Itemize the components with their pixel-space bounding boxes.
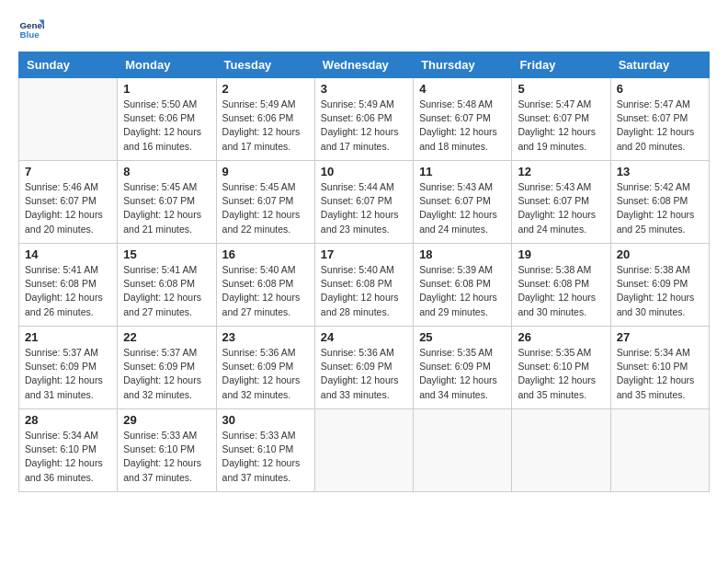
day-detail: Sunrise: 5:33 AM Sunset: 6:10 PM Dayligh… <box>222 429 309 485</box>
day-number: 11 <box>419 165 506 178</box>
calendar-cell: 13Sunrise: 5:42 AM Sunset: 6:08 PM Dayli… <box>610 161 709 244</box>
day-detail: Sunrise: 5:39 AM Sunset: 6:08 PM Dayligh… <box>419 263 506 319</box>
day-number: 29 <box>123 413 210 427</box>
day-number: 18 <box>419 247 506 261</box>
calendar-cell: 27Sunrise: 5:34 AM Sunset: 6:10 PM Dayli… <box>610 327 709 409</box>
day-number: 15 <box>123 247 210 261</box>
day-number: 30 <box>222 413 309 427</box>
day-detail: Sunrise: 5:46 AM Sunset: 6:07 PM Dayligh… <box>25 180 111 236</box>
day-number: 21 <box>25 330 111 344</box>
calendar-week-row: 14Sunrise: 5:41 AM Sunset: 6:08 PM Dayli… <box>19 244 710 327</box>
day-detail: Sunrise: 5:41 AM Sunset: 6:08 PM Dayligh… <box>123 263 210 319</box>
calendar-cell: 5Sunrise: 5:47 AM Sunset: 6:07 PM Daylig… <box>512 78 610 161</box>
calendar-cell: 14Sunrise: 5:41 AM Sunset: 6:08 PM Dayli… <box>19 244 118 327</box>
calendar-cell: 26Sunrise: 5:35 AM Sunset: 6:10 PM Dayli… <box>512 327 610 409</box>
svg-text:Blue: Blue <box>19 29 40 40</box>
day-detail: Sunrise: 5:37 AM Sunset: 6:09 PM Dayligh… <box>25 346 111 402</box>
calendar-week-row: 28Sunrise: 5:34 AM Sunset: 6:10 PM Dayli… <box>19 409 710 492</box>
day-number: 8 <box>123 165 210 178</box>
day-detail: Sunrise: 5:45 AM Sunset: 6:07 PM Dayligh… <box>222 180 309 236</box>
day-number: 17 <box>321 247 407 261</box>
day-detail: Sunrise: 5:43 AM Sunset: 6:07 PM Dayligh… <box>518 180 604 236</box>
calendar-cell: 20Sunrise: 5:38 AM Sunset: 6:09 PM Dayli… <box>610 244 709 327</box>
day-number: 22 <box>123 330 210 344</box>
page-header: General Blue <box>18 15 710 40</box>
calendar-cell: 25Sunrise: 5:35 AM Sunset: 6:09 PM Dayli… <box>414 327 512 409</box>
calendar-cell <box>314 409 413 492</box>
calendar-cell: 30Sunrise: 5:33 AM Sunset: 6:10 PM Dayli… <box>216 409 314 492</box>
calendar-cell: 6Sunrise: 5:47 AM Sunset: 6:07 PM Daylig… <box>610 78 709 161</box>
day-number: 19 <box>518 247 604 261</box>
calendar-cell: 11Sunrise: 5:43 AM Sunset: 6:07 PM Dayli… <box>414 161 512 244</box>
day-number: 27 <box>617 330 703 344</box>
day-detail: Sunrise: 5:35 AM Sunset: 6:10 PM Dayligh… <box>518 346 604 402</box>
dow-header: Monday <box>118 52 216 78</box>
calendar-cell: 24Sunrise: 5:36 AM Sunset: 6:09 PM Dayli… <box>314 327 413 409</box>
calendar-week-row: 21Sunrise: 5:37 AM Sunset: 6:09 PM Dayli… <box>19 327 710 409</box>
dow-header: Saturday <box>610 52 709 78</box>
day-detail: Sunrise: 5:36 AM Sunset: 6:09 PM Dayligh… <box>321 346 407 402</box>
day-detail: Sunrise: 5:49 AM Sunset: 6:06 PM Dayligh… <box>222 98 309 154</box>
calendar-cell <box>414 409 512 492</box>
day-number: 1 <box>123 82 210 96</box>
dow-header: Sunday <box>19 52 118 78</box>
day-detail: Sunrise: 5:37 AM Sunset: 6:09 PM Dayligh… <box>123 346 210 402</box>
day-detail: Sunrise: 5:50 AM Sunset: 6:06 PM Dayligh… <box>123 98 210 154</box>
calendar-cell: 23Sunrise: 5:36 AM Sunset: 6:09 PM Dayli… <box>216 327 314 409</box>
calendar-cell: 10Sunrise: 5:44 AM Sunset: 6:07 PM Dayli… <box>314 161 413 244</box>
day-detail: Sunrise: 5:38 AM Sunset: 6:08 PM Dayligh… <box>518 263 604 319</box>
calendar-week-row: 1Sunrise: 5:50 AM Sunset: 6:06 PM Daylig… <box>19 78 710 161</box>
logo-icon: General Blue <box>18 15 44 40</box>
days-of-week-row: SundayMondayTuesdayWednesdayThursdayFrid… <box>19 52 710 78</box>
day-detail: Sunrise: 5:48 AM Sunset: 6:07 PM Dayligh… <box>419 98 506 154</box>
calendar-cell: 22Sunrise: 5:37 AM Sunset: 6:09 PM Dayli… <box>118 327 216 409</box>
day-number: 9 <box>222 165 309 178</box>
day-detail: Sunrise: 5:42 AM Sunset: 6:08 PM Dayligh… <box>617 180 703 236</box>
day-detail: Sunrise: 5:34 AM Sunset: 6:10 PM Dayligh… <box>617 346 703 402</box>
calendar-body: 1Sunrise: 5:50 AM Sunset: 6:06 PM Daylig… <box>19 78 710 492</box>
day-detail: Sunrise: 5:38 AM Sunset: 6:09 PM Dayligh… <box>617 263 703 319</box>
day-detail: Sunrise: 5:47 AM Sunset: 6:07 PM Dayligh… <box>518 98 604 154</box>
day-detail: Sunrise: 5:43 AM Sunset: 6:07 PM Dayligh… <box>419 180 506 236</box>
dow-header: Tuesday <box>216 52 314 78</box>
day-number: 12 <box>518 165 604 178</box>
calendar-cell <box>610 409 709 492</box>
day-number: 2 <box>222 82 309 96</box>
calendar-cell: 15Sunrise: 5:41 AM Sunset: 6:08 PM Dayli… <box>118 244 216 327</box>
day-detail: Sunrise: 5:49 AM Sunset: 6:06 PM Dayligh… <box>321 98 407 154</box>
day-number: 24 <box>321 330 407 344</box>
calendar-cell: 9Sunrise: 5:45 AM Sunset: 6:07 PM Daylig… <box>216 161 314 244</box>
day-detail: Sunrise: 5:44 AM Sunset: 6:07 PM Dayligh… <box>321 180 407 236</box>
calendar-cell: 19Sunrise: 5:38 AM Sunset: 6:08 PM Dayli… <box>512 244 610 327</box>
day-detail: Sunrise: 5:40 AM Sunset: 6:08 PM Dayligh… <box>222 263 309 319</box>
day-number: 10 <box>321 165 407 178</box>
calendar-cell: 18Sunrise: 5:39 AM Sunset: 6:08 PM Dayli… <box>414 244 512 327</box>
day-number: 28 <box>25 413 111 427</box>
calendar-cell: 29Sunrise: 5:33 AM Sunset: 6:10 PM Dayli… <box>118 409 216 492</box>
day-number: 25 <box>419 330 506 344</box>
calendar-cell: 21Sunrise: 5:37 AM Sunset: 6:09 PM Dayli… <box>19 327 118 409</box>
day-detail: Sunrise: 5:36 AM Sunset: 6:09 PM Dayligh… <box>222 346 309 402</box>
calendar-cell <box>19 78 118 161</box>
day-number: 26 <box>518 330 604 344</box>
calendar-cell: 12Sunrise: 5:43 AM Sunset: 6:07 PM Dayli… <box>512 161 610 244</box>
day-detail: Sunrise: 5:41 AM Sunset: 6:08 PM Dayligh… <box>25 263 111 319</box>
calendar-cell: 28Sunrise: 5:34 AM Sunset: 6:10 PM Dayli… <box>19 409 118 492</box>
calendar-cell: 17Sunrise: 5:40 AM Sunset: 6:08 PM Dayli… <box>314 244 413 327</box>
dow-header: Friday <box>512 52 610 78</box>
calendar-cell: 3Sunrise: 5:49 AM Sunset: 6:06 PM Daylig… <box>314 78 413 161</box>
day-number: 3 <box>321 82 407 96</box>
dow-header: Wednesday <box>314 52 413 78</box>
calendar-week-row: 7Sunrise: 5:46 AM Sunset: 6:07 PM Daylig… <box>19 161 710 244</box>
day-number: 6 <box>617 82 703 96</box>
calendar-cell: 8Sunrise: 5:45 AM Sunset: 6:07 PM Daylig… <box>118 161 216 244</box>
logo: General Blue <box>18 15 48 40</box>
day-detail: Sunrise: 5:35 AM Sunset: 6:09 PM Dayligh… <box>419 346 506 402</box>
dow-header: Thursday <box>414 52 512 78</box>
calendar-cell: 4Sunrise: 5:48 AM Sunset: 6:07 PM Daylig… <box>414 78 512 161</box>
day-number: 14 <box>25 247 111 261</box>
calendar-cell: 1Sunrise: 5:50 AM Sunset: 6:06 PM Daylig… <box>118 78 216 161</box>
day-number: 20 <box>617 247 703 261</box>
day-number: 5 <box>518 82 604 96</box>
day-number: 13 <box>617 165 703 178</box>
